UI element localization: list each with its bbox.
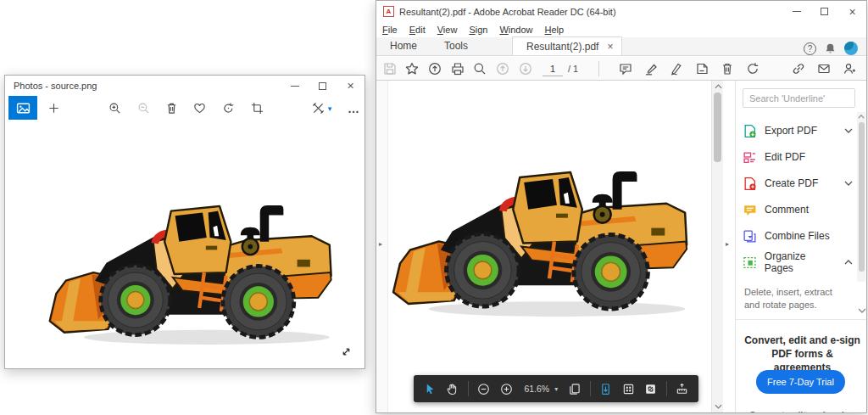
previous-page-button[interactable] [493, 59, 512, 78]
expand-nav-pane-button[interactable]: ▸ [379, 240, 382, 248]
menu-sign[interactable]: Sign [463, 25, 493, 35]
tab-document[interactable]: Resultant(2).pdf × [512, 36, 622, 55]
menu-window[interactable]: Window [493, 25, 538, 35]
tools-panel-scrollbar[interactable] [857, 112, 865, 282]
notifications-bell-icon[interactable] [824, 42, 837, 55]
ruler-arrow-icon [676, 383, 688, 395]
tool-organize-pages[interactable]: Organize Pages [743, 252, 853, 272]
rotate-icon [222, 102, 235, 115]
save-button[interactable] [381, 59, 399, 78]
crop-button[interactable] [246, 98, 268, 120]
highlight-button[interactable] [642, 59, 660, 78]
close-button[interactable]: × [337, 76, 364, 96]
tab-close-icon[interactable]: × [607, 41, 613, 53]
tool-label: Organize Pages [765, 250, 837, 274]
plus-circle-icon [500, 383, 513, 395]
see-more-button[interactable]: … [342, 98, 364, 120]
account-avatar[interactable] [844, 42, 858, 55]
help-button[interactable]: ? [804, 42, 816, 55]
tools-search-input[interactable] [743, 88, 855, 108]
next-page-button[interactable] [516, 59, 535, 78]
tool-label: Comment [765, 204, 809, 216]
scrollbar-thumb[interactable] [714, 93, 721, 162]
delete-button[interactable] [160, 98, 182, 120]
find-button[interactable] [470, 59, 489, 78]
zoom-in-button[interactable] [497, 378, 515, 400]
tool-combine-files[interactable]: Combine Files [743, 226, 853, 246]
stamp-button[interactable] [693, 59, 711, 78]
fill-sign-button[interactable] [667, 59, 686, 78]
chevron-down-icon[interactable] [844, 181, 853, 186]
page-number-input[interactable] [542, 61, 563, 76]
zoom-in-button[interactable] [103, 98, 125, 120]
upload-cloud-icon [428, 62, 442, 76]
scroll-up-icon[interactable] [858, 115, 865, 119]
minimize-button[interactable] [281, 76, 309, 96]
tool-create-pdf[interactable]: Create PDF [743, 173, 853, 193]
trash-icon [165, 102, 178, 115]
account-add-button[interactable] [840, 59, 859, 78]
hand-tool-button[interactable] [442, 378, 461, 400]
measure-upload-button[interactable] [673, 378, 692, 400]
star-button[interactable] [403, 59, 421, 78]
export-pdf-icon [743, 124, 757, 138]
minus-circle-icon [477, 383, 490, 395]
tabbar-right-icons: ? [804, 42, 866, 55]
menu-file[interactable]: File [376, 25, 403, 35]
free-trial-button[interactable]: Free 7-Day Trial [756, 370, 845, 394]
page-count-label: / 1 [568, 64, 578, 74]
tool-comment[interactable]: Comment [743, 199, 853, 220]
fit-to-window-button[interactable] [340, 345, 353, 358]
tab-tools[interactable]: Tools [431, 37, 481, 55]
delete-pages-button[interactable] [718, 59, 737, 78]
plus-icon [47, 102, 60, 115]
person-plus-icon [843, 62, 856, 76]
tool-label: Create PDF [765, 177, 818, 189]
zoom-dropdown-caret[interactable]: ▾ [554, 385, 561, 393]
scrolling-mode-button[interactable] [597, 378, 615, 400]
tool-export-pdf[interactable]: Export PDF [743, 121, 853, 141]
fullscreen-button[interactable] [641, 378, 659, 400]
menu-view[interactable]: View [431, 25, 464, 35]
favorite-button[interactable] [188, 98, 210, 120]
fit-one-page-button[interactable] [619, 378, 637, 400]
save-icon [383, 62, 397, 76]
scrollbar-thumb[interactable] [859, 122, 865, 272]
chevron-up-icon[interactable] [844, 260, 853, 265]
combine-files-icon [743, 229, 757, 244]
zoom-out-button[interactable] [132, 98, 154, 120]
menu-edit[interactable]: Edit [403, 25, 431, 35]
edit-create-dropdown[interactable]: ▾ [324, 98, 336, 120]
acrobat-window: A Resultant(2).pdf - Adobe Acrobat Reade… [376, 0, 867, 413]
add-to-button[interactable] [42, 98, 64, 120]
share-upload-button[interactable] [426, 59, 444, 78]
maximize-button[interactable] [309, 76, 337, 96]
tab-home[interactable]: Home [376, 37, 431, 55]
rotate-pages-button[interactable] [743, 59, 762, 78]
select-tool-button[interactable] [420, 378, 439, 400]
photos-caption-buttons: × [281, 76, 364, 96]
document-scrollbar[interactable] [711, 81, 723, 412]
tool-edit-pdf[interactable]: Edit PDF [743, 147, 853, 167]
zoom-level-value[interactable]: 61.6% [519, 384, 551, 394]
menu-help[interactable]: Help [539, 25, 570, 35]
maximize-button[interactable] [810, 1, 838, 22]
minimize-button[interactable] [782, 1, 810, 22]
section-chevron-down-icon[interactable] [858, 308, 866, 313]
chevron-down-icon[interactable] [844, 128, 853, 133]
comment-button[interactable] [616, 59, 635, 78]
scroll-up-icon[interactable] [715, 84, 722, 89]
email-button[interactable] [815, 59, 833, 78]
close-button[interactable]: × [838, 1, 866, 22]
scroll-down-icon[interactable] [715, 404, 722, 409]
zoom-out-button[interactable] [475, 378, 493, 400]
organize-pages-description: Delete, insert, extract and rotate pages… [744, 286, 848, 312]
source-image-wheel-loader [45, 199, 360, 350]
rotate-button[interactable] [217, 98, 239, 120]
collapse-tools-panel-button[interactable]: ▸ [726, 240, 729, 248]
highlighter-icon [644, 62, 658, 76]
page-thumbnails-button[interactable] [565, 378, 583, 400]
print-button[interactable] [448, 59, 467, 78]
share-link-button[interactable] [789, 59, 808, 78]
see-all-photos-button[interactable] [8, 96, 37, 120]
